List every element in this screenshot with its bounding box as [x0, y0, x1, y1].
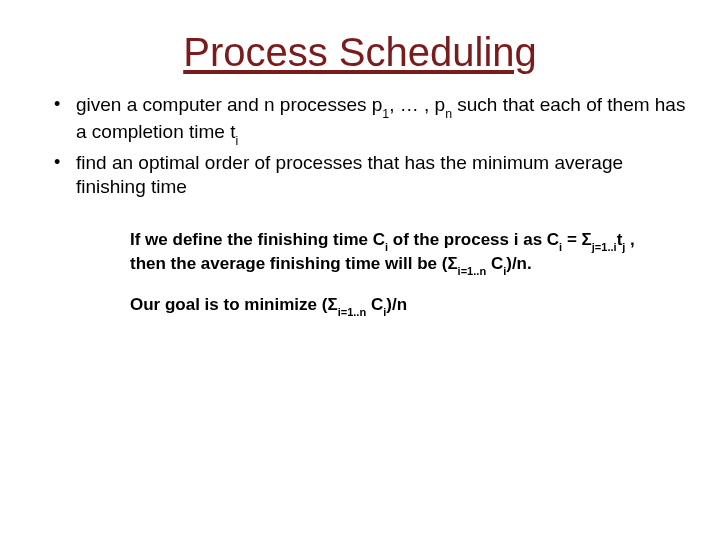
text: find an optimal order of processes that …	[76, 152, 623, 197]
subscript: i	[503, 265, 506, 277]
text: C	[486, 254, 503, 273]
subscript: n	[445, 107, 452, 121]
text: Our goal is to minimize (Σ	[130, 295, 338, 314]
subscript: j	[622, 241, 625, 253]
subscript: i	[383, 306, 386, 318]
slide: Process Scheduling given a computer and …	[0, 0, 720, 540]
subscript: i=1..n	[338, 306, 367, 318]
paragraph: If we define the finishing time Ci of th…	[130, 229, 650, 277]
body-text: If we define the finishing time Ci of th…	[130, 229, 650, 318]
text: )/n.	[506, 254, 532, 273]
subscript: 1	[382, 107, 389, 121]
list-item: find an optimal order of processes that …	[48, 151, 690, 199]
text: given a computer and n processes p	[76, 94, 382, 115]
text: )/n	[386, 295, 407, 314]
subscript: i	[235, 134, 238, 148]
text: If we define the finishing time C	[130, 230, 385, 249]
text: , … , p	[389, 94, 445, 115]
subscript: i=1..n	[458, 265, 487, 277]
list-item: given a computer and n processes p1, … ,…	[48, 93, 690, 147]
text: C	[366, 295, 383, 314]
subscript: i	[559, 241, 562, 253]
text: of the process i as C	[388, 230, 559, 249]
text: = Σ	[562, 230, 592, 249]
paragraph: Our goal is to minimize (Σi=1..n Ci)/n	[130, 294, 650, 318]
subscript: j=1..i	[592, 241, 617, 253]
page-title: Process Scheduling	[30, 30, 690, 75]
subscript: i	[385, 241, 388, 253]
bullet-list: given a computer and n processes p1, … ,…	[48, 93, 690, 199]
